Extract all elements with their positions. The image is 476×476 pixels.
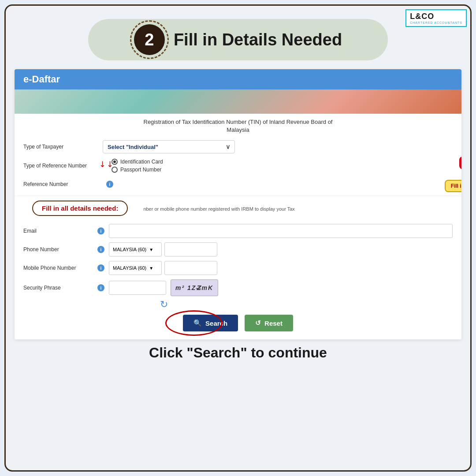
reference-number-label: Reference Number	[23, 181, 103, 187]
mobile-input[interactable]	[164, 261, 217, 275]
phone-label: Phone Number	[23, 246, 94, 253]
form-area: Registration of Tax Identification Numbe…	[15, 114, 461, 196]
edaftar-banner	[15, 89, 461, 114]
info-icon-ref: i	[106, 181, 113, 188]
logo-text: L&CO	[410, 12, 462, 21]
mobile-country-select[interactable]: MALAYSIA (60) ▼	[109, 261, 162, 275]
reference-number-field: i Fill in IC Number / Passport Number	[103, 181, 453, 188]
radio-group: Identification Card Passport Number	[112, 159, 453, 173]
buttons-row: 🔍 Search ↺ Reset	[23, 315, 453, 331]
security-phrase-input[interactable]	[109, 281, 166, 295]
phone-row: Phone Number i MALAYSIA (60) ▼ Fill in "…	[23, 242, 453, 257]
captcha-refresh-area: ↻	[23, 299, 453, 310]
step-number: 2	[145, 30, 154, 49]
annotation-ref-type: Select your registered reference number …	[459, 156, 461, 169]
arrow-annotation: ↗ ↗	[99, 160, 113, 169]
mobile-phone-row: Mobile Phone Number i MALAYSIA (60) ▼	[23, 261, 453, 275]
taxpayer-field: Select "Individual" ∨	[103, 140, 453, 153]
taxpayer-label: Type of Taxpayer	[23, 144, 103, 150]
reference-type-field: ↗ ↗ Identification Card Passport Number	[103, 159, 453, 173]
fill-all-details-label: Fill in all details needed:	[32, 201, 128, 216]
step-circle: 2	[134, 24, 165, 55]
reference-number-row: Reference Number i Fill in IC Number / P…	[23, 181, 453, 188]
annotation-fill-ic: Fill in IC Number / Passport Number	[445, 180, 461, 192]
registration-title: Registration of Tax Identification Numbe…	[23, 118, 453, 134]
edaftar-container: e-Daftar Registration of Tax Identificat…	[15, 69, 461, 339]
info-icon-security: i	[97, 284, 104, 291]
taxpayer-select[interactable]: Select "Individual" ∨	[103, 140, 235, 153]
reset-button[interactable]: ↺ Reset	[245, 315, 293, 331]
info-icon-phone: i	[97, 246, 104, 253]
taxpayer-row: Type of Taxpayer Select "Individual" ∨	[23, 140, 453, 153]
phone-input[interactable]	[164, 242, 217, 257]
fill-all-row: Fill in all details needed: nber or mobi…	[15, 196, 461, 219]
info-icon-mobile: i	[97, 264, 104, 271]
security-phrase-label: Security Phrase	[23, 285, 94, 291]
radio-item-ic[interactable]: Identification Card	[112, 159, 453, 165]
radio-item-passport[interactable]: Passport Number	[112, 167, 453, 173]
chevron-down-icon: ∨	[226, 143, 230, 150]
mobile-chevron-icon: ▼	[149, 266, 153, 271]
logo-sub: CHARTERED ACCOUNTANTS	[410, 21, 462, 24]
captcha-area: m² 1ZZ̶mK	[109, 279, 218, 296]
edaftar-header: e-Daftar	[15, 69, 461, 89]
step-header: 2 Fill in Details Needed	[88, 19, 388, 60]
info-icon-email: i	[97, 227, 104, 234]
email-label: Email	[23, 228, 94, 234]
refresh-icon[interactable]: ↻	[160, 299, 168, 310]
lower-form: Email i Phone Number i MALAYSIA (60) ▼ F…	[15, 224, 461, 339]
step-title: Fill in Details Needed	[174, 30, 342, 49]
mobile-phone-label: Mobile Phone Number	[23, 265, 94, 271]
search-button[interactable]: 🔍 Search	[183, 315, 238, 331]
reference-type-row: Type of Reference Number ↗ ↗ Identificat…	[23, 159, 453, 173]
security-phrase-row: Security Phrase i m² 1ZZ̶mK	[23, 279, 453, 296]
email-row: Email i	[23, 224, 453, 238]
search-icon: 🔍	[193, 319, 202, 327]
main-container: L&CO CHARTERED ACCOUNTANTS 2 Fill in Det…	[4, 4, 472, 472]
bottom-cta: Click "Search" to continue	[6, 345, 470, 365]
email-input[interactable]	[109, 224, 453, 238]
phone-chevron-icon: ▼	[149, 247, 153, 252]
phone-country-select[interactable]: MALAYSIA (60) ▼	[109, 242, 162, 257]
reference-type-label: Type of Reference Number	[23, 163, 103, 169]
captcha-image: m² 1ZZ̶mK	[171, 279, 218, 296]
logo-box: L&CO CHARTERED ACCOUNTANTS	[405, 9, 467, 27]
reset-icon: ↺	[255, 319, 261, 327]
partial-hint-text: nber or mobile phone number registered w…	[143, 206, 294, 212]
